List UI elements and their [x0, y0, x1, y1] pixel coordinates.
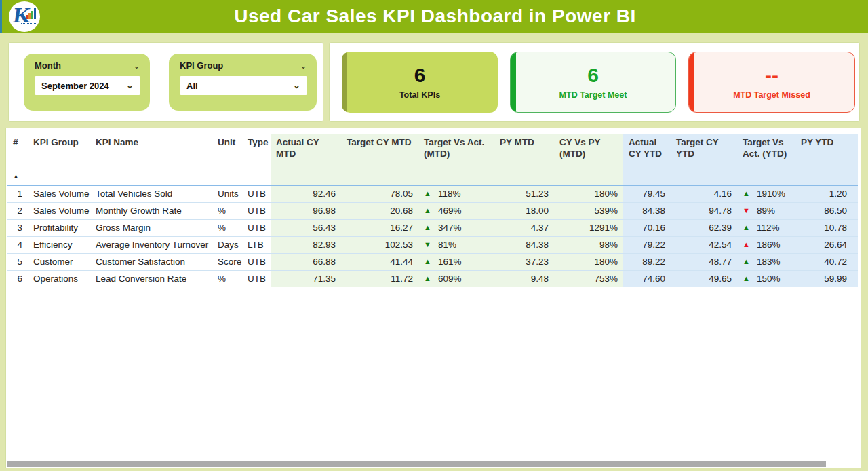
col-header-kpi-group[interactable]: KPI Group	[28, 134, 90, 185]
cell-target-cy-mtd: 16.27	[341, 219, 418, 236]
horizontal-scrollbar-thumb[interactable]	[7, 461, 826, 467]
kpi-trend-arrow-icon: ▼	[424, 241, 431, 248]
total-kpis-value: 6	[414, 64, 426, 86]
mtd-target-meet-value: 6	[587, 64, 599, 86]
cell-actual-cy-mtd: 92.46	[271, 185, 341, 202]
cell-tva-mtd-pct: 161%	[438, 257, 462, 267]
kpi-trend-arrow-icon: ▲	[743, 275, 750, 282]
col-header-kpi-name[interactable]: KPI Name	[90, 134, 212, 185]
cell-kpi-name: Total Vehicles Sold	[90, 185, 212, 202]
kpi-group-dropdown[interactable]: All ⌄	[180, 76, 307, 95]
col-header-unit[interactable]: Unit	[212, 134, 242, 185]
cell-target-vs-act-ytd: ▲1910%	[737, 185, 795, 202]
cell-kpi-group: Operations	[28, 270, 90, 287]
col-header-num[interactable]: #▲	[7, 134, 28, 185]
cell-actual-cy-mtd: 66.88	[271, 253, 341, 270]
horizontal-scrollbar[interactable]	[7, 461, 860, 467]
cell-tva-mtd-pct: 81%	[438, 240, 456, 250]
month-dropdown[interactable]: September 2024 ⌄	[35, 76, 140, 95]
cell-actual-cy-ytd: 70.16	[623, 219, 671, 236]
cell-unit: %	[212, 270, 242, 287]
cell-target-cy-ytd: 42.54	[671, 236, 737, 253]
cell-type: UTB	[242, 219, 271, 236]
cell-cy-vs-py-ytd	[852, 202, 858, 219]
card-accent-bar	[511, 52, 516, 112]
cell-target-vs-act-mtd: ▲161%	[418, 253, 494, 270]
col-header-target-cy-ytd[interactable]: Target CY YTD	[671, 134, 737, 185]
col-header-actual-cy-mtd[interactable]: Actual CY MTD	[271, 134, 341, 185]
cell-unit: Score	[212, 253, 242, 270]
total-kpis-label: Total KPIs	[399, 90, 440, 100]
cell-tva-ytd-pct: 183%	[757, 257, 781, 267]
cell-type: UTB	[242, 185, 271, 202]
cell-target-vs-act-mtd: ▲118%	[418, 185, 494, 202]
cell-unit: Days	[212, 236, 242, 253]
cell-num: 6	[7, 270, 28, 287]
cell-kpi-name: Lead Conversion Rate	[90, 270, 212, 287]
cell-target-vs-act-ytd: ▼89%	[737, 202, 795, 219]
cell-unit: %	[212, 202, 242, 219]
kpi-table-viewport: #▲ KPI Group KPI Name Unit Type Actual C…	[7, 134, 858, 458]
cell-cy-vs-py-ytd	[852, 185, 858, 202]
col-header-cy-vs-py-mtd[interactable]: CY Vs PY (MTD)	[554, 134, 623, 185]
chevron-down-icon: ⌄	[293, 82, 300, 89]
mtd-target-missed-label: MTD Target Missed	[733, 90, 810, 100]
kpi-trend-arrow-icon: ▲	[424, 275, 431, 282]
cell-target-cy-mtd: 11.72	[341, 270, 418, 287]
cell-tva-ytd-pct: 112%	[757, 223, 780, 233]
mtd-target-meet-label: MTD Target Meet	[559, 90, 627, 100]
kpi-trend-arrow-icon: ▲	[743, 190, 750, 197]
col-header-target-vs-act-ytd[interactable]: Target Vs Act. (YTD)	[737, 134, 795, 185]
cell-tva-mtd-pct: 347%	[438, 223, 462, 233]
cell-unit: %	[212, 219, 242, 236]
kpi-group-slicer: KPI Group ⌄ All ⌄	[169, 54, 317, 111]
cell-type: LTB	[242, 236, 271, 253]
col-header-type[interactable]: Type	[242, 134, 271, 185]
cell-target-vs-act-ytd: ▲112%	[737, 219, 795, 236]
month-slicer: Month ⌄ September 2024 ⌄	[24, 54, 150, 111]
cell-cy-vs-py-mtd: 180%	[554, 253, 623, 270]
cell-type: UTB	[242, 270, 271, 287]
sort-ascending-icon: ▲	[13, 171, 19, 183]
mtd-target-missed-value: --	[765, 64, 778, 86]
cell-num: 3	[7, 219, 28, 236]
card-accent-bar	[689, 52, 694, 112]
col-header-py-ytd[interactable]: PY YTD	[795, 134, 852, 185]
cell-py-ytd: 59.99	[795, 270, 852, 287]
cell-num: 4	[7, 236, 28, 253]
cell-target-cy-ytd: 48.77	[671, 253, 737, 270]
cell-num: 5	[7, 253, 28, 270]
col-header-actual-cy-ytd[interactable]: Actual CY YTD	[623, 134, 671, 185]
cell-actual-cy-ytd: 74.60	[623, 270, 671, 287]
mtd-target-missed-card: -- MTD Target Missed	[688, 52, 855, 113]
kpi-trend-arrow-icon: ▼	[743, 207, 750, 214]
chevron-down-icon[interactable]: ⌄	[300, 62, 307, 69]
company-logo: K	[9, 1, 40, 32]
cell-target-cy-mtd: 102.53	[341, 236, 418, 253]
cell-kpi-name: Average Inventory Turnover	[90, 236, 212, 253]
col-header-cy-vs-py-ytd[interactable]: CY Vs PY (YTD)	[852, 134, 858, 185]
cell-py-mtd: 84.38	[494, 236, 554, 253]
page-title: Used Car Sales KPI Dashboard in Power BI	[234, 5, 636, 27]
kpi-cards-panel: 6 Total KPIs 6 MTD Target Meet -- MTD Ta…	[329, 42, 860, 122]
table-row: 5 Customer Customer Satisfaction Score U…	[7, 253, 858, 270]
cell-cy-vs-py-mtd: 180%	[554, 185, 623, 202]
chevron-down-icon[interactable]: ⌄	[133, 62, 140, 69]
filter-strip: Month ⌄ September 2024 ⌄ KPI Group ⌄ All…	[8, 42, 860, 122]
cell-cy-vs-py-ytd	[852, 236, 858, 253]
table-header-row: #▲ KPI Group KPI Name Unit Type Actual C…	[7, 134, 858, 185]
col-header-target-cy-mtd[interactable]: Target CY MTD	[341, 134, 418, 185]
cell-py-ytd: 86.50	[795, 202, 852, 219]
kpi-trend-arrow-icon: ▲	[424, 190, 431, 197]
table-row: 4 Efficiency Average Inventory Turnover …	[7, 236, 858, 253]
cell-type: UTB	[242, 202, 271, 219]
col-header-py-mtd[interactable]: PY MTD	[494, 134, 554, 185]
cell-kpi-group: Sales Volume	[28, 202, 90, 219]
cell-target-vs-act-ytd: ▲186%	[737, 236, 795, 253]
kpi-group-slicer-label: KPI Group	[180, 60, 223, 71]
logo-bar-chart-icon	[26, 8, 36, 19]
cell-py-ytd: 10.78	[795, 219, 852, 236]
col-header-target-vs-act-mtd[interactable]: Target Vs Act. (MTD)	[418, 134, 494, 185]
cell-target-cy-mtd: 20.68	[341, 202, 418, 219]
cell-target-cy-ytd: 94.78	[671, 202, 737, 219]
